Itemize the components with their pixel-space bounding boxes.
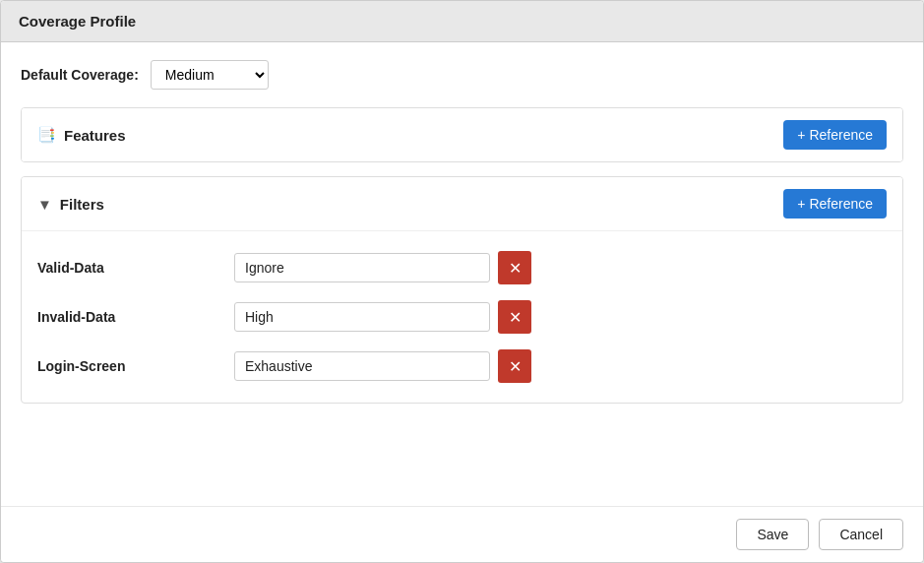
filters-title-label: Filters (60, 196, 104, 213)
filter-label-valid-data: Valid-Data (37, 260, 234, 276)
features-reference-button[interactable]: + Reference (783, 120, 887, 150)
filters-reference-button[interactable]: + Reference (783, 189, 887, 219)
filter-row-login-screen: Login-Screen ✕ (37, 342, 887, 391)
filter-remove-login-screen[interactable]: ✕ (498, 349, 531, 383)
filters-section-card: ▼ Filters + Reference Valid-Data ✕ Inval… (21, 176, 903, 404)
features-section-card: 📑 Features + Reference (21, 107, 903, 162)
filter-label-invalid-data: Invalid-Data (37, 309, 234, 325)
filter-input-valid-data[interactable] (234, 253, 490, 282)
filter-input-invalid-data[interactable] (234, 302, 490, 332)
default-coverage-label: Default Coverage: (21, 67, 139, 83)
filters-section-body: Valid-Data ✕ Invalid-Data ✕ Login-Screen… (22, 230, 902, 403)
dialog-title: Coverage Profile (19, 13, 136, 30)
filter-input-login-screen[interactable] (234, 351, 490, 381)
filters-icon: ▼ (37, 196, 52, 213)
filters-section-header: ▼ Filters + Reference (22, 177, 902, 230)
filter-remove-invalid-data[interactable]: ✕ (498, 300, 531, 334)
save-button[interactable]: Save (736, 519, 809, 550)
coverage-profile-dialog: Coverage Profile Default Coverage: Low M… (0, 0, 924, 563)
filter-label-login-screen: Login-Screen (37, 358, 234, 374)
dialog-footer: Save Cancel (1, 506, 923, 562)
default-coverage-select[interactable]: Low Medium High Exhaustive (151, 60, 269, 90)
features-section-title: 📑 Features (37, 126, 126, 144)
features-section-header: 📑 Features + Reference (22, 108, 902, 161)
filters-section-title: ▼ Filters (37, 196, 104, 213)
filter-row-invalid-data: Invalid-Data ✕ (37, 292, 887, 342)
features-title-label: Features (64, 127, 126, 144)
filter-remove-valid-data[interactable]: ✕ (498, 251, 531, 284)
filter-row-valid-data: Valid-Data ✕ (37, 243, 887, 292)
features-icon: 📑 (37, 126, 56, 144)
dialog-body: Default Coverage: Low Medium High Exhaus… (1, 42, 923, 506)
dialog-header: Coverage Profile (1, 1, 923, 42)
cancel-button[interactable]: Cancel (819, 519, 903, 550)
default-coverage-row: Default Coverage: Low Medium High Exhaus… (21, 60, 903, 90)
